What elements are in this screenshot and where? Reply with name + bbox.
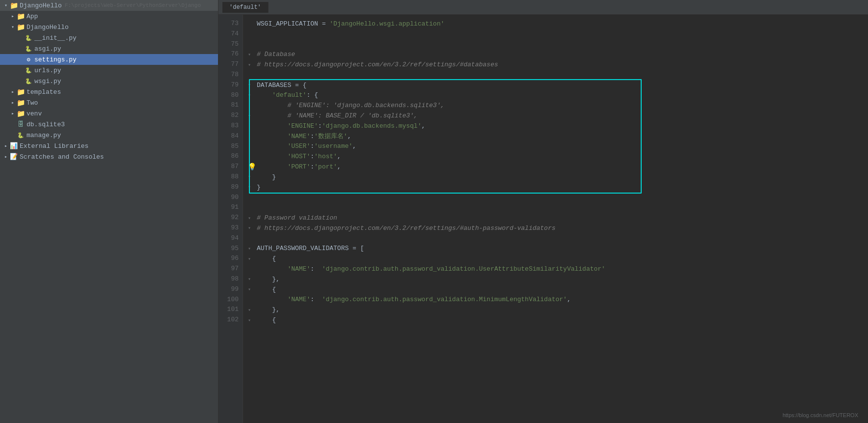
line-number-84: 84	[220, 131, 239, 141]
tab-default[interactable]: 'default'	[222, 2, 269, 13]
sidebar-item-two[interactable]: 📁 Two	[0, 97, 218, 108]
token-cm: # Database	[257, 51, 295, 58]
sidebar-label-app: App	[27, 13, 38, 20]
code-content[interactable]: WSGI_APPLICATION = 'DjangoHello.wsgi.app…	[243, 15, 868, 423]
token-cm: # Password validation	[257, 214, 337, 222]
py-icon: 🐍	[25, 34, 32, 42]
token-op: :	[318, 122, 322, 130]
fold-arrow-icon[interactable]: ▾	[248, 92, 251, 98]
code-line-75	[247, 39, 868, 50]
line-numbers: 7374757677787980818283848586878889909192…	[218, 15, 243, 423]
code-line-81: # 'ENGINE': 'django.db.backends.sqlite3'…	[247, 100, 868, 111]
token-str: '数据库名'	[314, 132, 348, 141]
db-icon: 🗄	[17, 120, 25, 128]
sidebar-item-wsgi[interactable]: 🐍 wsgi.py	[0, 76, 218, 86]
line-number-74: 74	[220, 29, 239, 39]
line-number-79: 79	[220, 80, 239, 90]
arrow-icon	[10, 100, 16, 106]
folder-icon: 📁	[17, 88, 25, 96]
code-line-89: ▾}	[247, 182, 868, 193]
code-line-93: ▾# https://docs.djangoproject.com/en/3.2…	[247, 223, 868, 233]
project-sidebar[interactable]: 📁 DjangoHello F:\projects\Web-Server\Pyt…	[0, 0, 218, 423]
sidebar-item-manage[interactable]: 🐍 manage.py	[0, 130, 218, 141]
code-editor: 'default' 737475767778798081828384858687…	[218, 0, 868, 423]
sidebar-item-templates[interactable]: 📁 templates	[0, 86, 218, 97]
token-op: :	[310, 163, 314, 170]
fold-arrow-icon[interactable]: ▾	[248, 256, 251, 262]
token-op: = {	[291, 82, 306, 89]
token-op: = [	[349, 245, 364, 252]
code-line-100: 'NAME': 'django.contrib.auth.password_va…	[247, 295, 868, 305]
fold-arrow-icon[interactable]: ▾	[248, 52, 251, 57]
fold-arrow-icon[interactable]: ▾	[248, 82, 251, 88]
fold-arrow-icon[interactable]: ▾	[248, 113, 251, 119]
token-str: 'PORT'	[257, 163, 310, 170]
line-number-94: 94	[220, 233, 239, 244]
code-line-82: ▾ # 'NAME': BASE_DIR / 'db.sqlite3',	[247, 111, 868, 121]
sidebar-item-init[interactable]: 🐍 __init__.py	[0, 32, 218, 43]
line-number-101: 101	[220, 305, 239, 315]
sidebar-item-djangohello-sub[interactable]: 📁 DjangoHello	[0, 22, 218, 32]
sidebar-label-venv: venv	[27, 110, 42, 117]
fold-arrow-icon[interactable]: ▾	[248, 225, 251, 231]
token-op: :	[310, 133, 314, 140]
code-line-101: ▾ },	[247, 305, 868, 315]
token-op: :	[310, 265, 322, 273]
line-number-91: 91	[220, 202, 239, 213]
spacer	[10, 121, 16, 127]
line-number-81: 81	[220, 100, 239, 111]
fold-arrow-icon[interactable]: ▾	[248, 246, 251, 252]
fold-arrow-icon[interactable]: ▾	[248, 215, 251, 221]
sidebar-item-app[interactable]: 📁 App	[0, 11, 218, 22]
folder-icon: 📁	[17, 99, 25, 107]
fold-arrow-icon[interactable]: ▾	[248, 307, 251, 313]
fold-arrow-icon[interactable]: ▾	[248, 276, 251, 282]
line-number-77: 77	[220, 59, 239, 70]
code-line-102: ▾ {	[247, 315, 868, 325]
token-str: 'DjangoHello.wsgi.application'	[329, 20, 444, 28]
sidebar-item-urls[interactable]: 🐍 urls.py	[0, 65, 218, 76]
line-number-96: 96	[220, 254, 239, 264]
line-number-89: 89	[220, 182, 239, 193]
token-op: ,	[337, 153, 341, 160]
sidebar-item-scratches[interactable]: 📝 Scratches and Consoles	[0, 151, 218, 162]
spacer	[18, 67, 24, 73]
arrow-icon	[10, 24, 16, 30]
folder-icon: 📁	[17, 12, 25, 20]
sidebar-item-settings[interactable]: ⚙️ settings.py	[0, 54, 218, 65]
sidebar-item-djangohello-root[interactable]: 📁 DjangoHello F:\projects\Web-Server\Pyt…	[0, 0, 218, 11]
code-line-87: 💡 'PORT':'port',	[247, 162, 868, 172]
fold-arrow-icon[interactable]: ▾	[248, 62, 251, 68]
line-number-76: 76	[220, 49, 239, 59]
sidebar-item-venv[interactable]: 📁 venv	[0, 108, 218, 119]
token-str: 'HOST'	[257, 153, 310, 160]
arrow-icon	[10, 89, 16, 95]
code-area[interactable]: 7374757677787980818283848586878889909192…	[218, 15, 868, 423]
token-op: :	[310, 153, 314, 160]
sidebar-item-db-sqlite[interactable]: 🗄 db.sqlite3	[0, 119, 218, 130]
code-line-94	[247, 233, 868, 244]
fold-arrow-icon[interactable]: ▾	[248, 317, 251, 323]
fold-arrow-icon[interactable]: ▾	[248, 184, 251, 190]
py-icon: 🐍	[25, 66, 32, 74]
code-line-80: ▾ 'default': {	[247, 90, 868, 101]
line-number-82: 82	[220, 111, 239, 121]
line-number-100: 100	[220, 295, 239, 305]
token-str: 'NAME'	[257, 133, 310, 140]
token-str: 'host'	[314, 153, 337, 160]
token-op: =	[318, 20, 329, 28]
sidebar-label-djangohello-root: DjangoHello	[20, 2, 62, 9]
spacer	[18, 56, 24, 62]
sidebar-item-ext-lib[interactable]: 📊 External Libraries	[0, 141, 218, 151]
sidebar-label-djangohello-sub: DjangoHello	[27, 24, 69, 31]
lib-icon: 📊	[10, 142, 18, 150]
fold-arrow-icon[interactable]: ▾	[248, 286, 251, 292]
token-op: {	[257, 255, 276, 262]
code-line-73: WSGI_APPLICATION = 'DjangoHello.wsgi.app…	[247, 19, 868, 29]
fold-arrow-icon[interactable]: ▾	[248, 174, 251, 180]
token-cm: # 'ENGINE': 'django.db.backends.sqlite3'…	[257, 102, 444, 109]
sidebar-item-asgi[interactable]: 🐍 asgi.py	[0, 43, 218, 54]
token-str: 'port'	[314, 163, 337, 170]
watermark: https://blog.csdn.net/FUTEROX	[783, 412, 858, 418]
line-number-98: 98	[220, 274, 239, 284]
